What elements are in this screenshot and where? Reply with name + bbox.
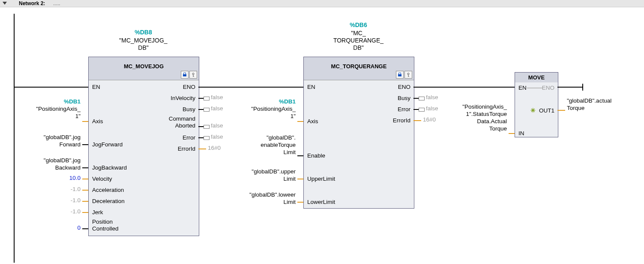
- value-velocity[interactable]: 10.0: [64, 175, 81, 181]
- connector: [82, 228, 88, 229]
- pin-poscontrolled: PositionControlled: [92, 218, 119, 232]
- neg-box: [204, 125, 210, 129]
- output-invelocity: false: [211, 94, 223, 100]
- neg-box: [419, 108, 425, 112]
- connector: [413, 120, 421, 121]
- wire: [14, 87, 88, 88]
- operand-move-in[interactable]: "PositioningAxis_1".StatusTorqueData.Act…: [453, 103, 507, 132]
- pin-en-move: EN: [518, 85, 527, 91]
- value-acceleration[interactable]: -1.0: [64, 186, 81, 192]
- pin-errorid: ErrorId: [178, 146, 195, 152]
- output-busy-jog: false: [211, 105, 223, 112]
- operand-jogbwd[interactable]: "globalDB".jogBackward: [26, 157, 81, 171]
- output-busy-torq: false: [426, 94, 438, 100]
- param-icon[interactable]: [189, 71, 197, 79]
- pin-en: EN: [92, 84, 100, 90]
- block-header-torq: MC_TORQUERANGE: [304, 57, 414, 80]
- network-header[interactable]: Network 2: .....: [0, 0, 644, 7]
- output-errorid-jog: 16#0: [208, 145, 221, 151]
- db-id-jog: %DB8: [88, 29, 198, 36]
- output-cab: false: [211, 122, 223, 129]
- pin-eno-move: ENO: [542, 85, 554, 91]
- svg-point-1: [192, 73, 194, 75]
- connector: [198, 137, 204, 138]
- pin-in-move: IN: [518, 130, 524, 137]
- db-id-torq: %DB6: [303, 21, 413, 28]
- connector: [198, 109, 204, 110]
- lock-icon[interactable]: [396, 71, 404, 79]
- output-error-jog: false: [211, 134, 223, 140]
- wire: [413, 87, 515, 88]
- diagram-canvas: Network 2: ..... %DB8 "MC_MOVEJOG_DB" MC…: [0, 0, 644, 264]
- pin-invelocity: InVelocity: [171, 95, 195, 101]
- db-name-torq: "MC_TORQUERANGE_DB": [303, 30, 413, 52]
- value-poscontrolled[interactable]: 0: [64, 225, 81, 231]
- star-icon: ✳: [530, 107, 536, 114]
- svg-point-3: [407, 73, 409, 75]
- wire: [557, 87, 583, 88]
- wire: [198, 87, 303, 88]
- connector: [82, 144, 88, 145]
- operand-upper[interactable]: "globalDB".upperLimit: [241, 168, 296, 182]
- connector: [198, 98, 204, 99]
- svg-rect-2: [398, 74, 401, 76]
- connector: [413, 109, 419, 110]
- connector: [509, 133, 515, 134]
- svg-rect-0: [183, 74, 186, 76]
- lock-icon[interactable]: [181, 71, 189, 79]
- neg-box: [204, 108, 210, 112]
- connector: [82, 179, 88, 179]
- eno-disabled-line: [527, 88, 542, 88]
- neg-box: [419, 97, 425, 100]
- operand-lower[interactable]: "globalDB".loweerLimit: [241, 191, 296, 206]
- pin-enable: Enable: [307, 152, 325, 159]
- output-error-torq: false: [426, 105, 438, 112]
- operand-jogfwd[interactable]: "globalDB".jogForward: [26, 134, 81, 148]
- pin-commandaborted: CommandAborted: [169, 115, 195, 129]
- connector: [297, 179, 303, 179]
- pin-errorid-torq: ErrorId: [393, 117, 410, 124]
- block-header-jog: MC_MOVEJOG: [89, 57, 199, 80]
- pin-busy-torq: Busy: [398, 95, 410, 101]
- network-comment[interactable]: .....: [53, 0, 60, 6]
- connector: [82, 121, 88, 122]
- value-deceleration[interactable]: -1.0: [64, 197, 81, 203]
- connector: [198, 126, 204, 127]
- connector: [413, 98, 419, 99]
- connector: [198, 149, 206, 149]
- pin-deceleration: Deceleration: [92, 198, 125, 204]
- pin-error-torq: Error: [398, 106, 410, 112]
- block-mc-torquerange[interactable]: MC_TORQUERANGE EN Axis Enable UpperLimit…: [303, 57, 414, 209]
- pin-upperlimit: UpperLimit: [307, 176, 335, 182]
- collapse-triangle-icon[interactable]: [3, 2, 7, 5]
- operand-axis-torq[interactable]: %DB1 "PositioningAxis_1": [241, 98, 296, 120]
- operand-enable[interactable]: "globalDB".enableTorqueLimit: [241, 134, 296, 156]
- pin-acceleration: Acceleration: [92, 187, 124, 193]
- pin-lowerlimit: LowerLimit: [307, 199, 335, 205]
- connector: [82, 190, 88, 191]
- block-title-move: MOVE: [515, 73, 558, 82]
- pin-velocity: Velocity: [92, 176, 112, 182]
- network-label: Network 2:: [19, 0, 45, 6]
- block-move[interactable]: MOVE EN ENO ✳ OUT1 IN: [515, 72, 558, 137]
- operand-axis-jog[interactable]: %DB1 "PositioningAxis_1": [26, 98, 81, 120]
- connector: [82, 167, 88, 168]
- param-icon[interactable]: [404, 71, 412, 79]
- pin-eno: ENO: [183, 84, 195, 90]
- value-jerk[interactable]: -1.0: [64, 208, 81, 215]
- neg-box: [204, 136, 210, 140]
- block-mc-movejog[interactable]: MC_MOVEJOG EN Axis JogForward JogBackwar…: [88, 57, 199, 236]
- connector: [297, 202, 303, 203]
- output-errorid-torq: 16#0: [423, 116, 436, 123]
- pin-en-torq: EN: [307, 84, 315, 90]
- power-rail: [14, 14, 15, 263]
- connector: [82, 212, 88, 213]
- connector: [557, 110, 565, 111]
- pin-jogforward: JogForward: [92, 141, 123, 148]
- pin-eno-torq: ENO: [398, 84, 410, 90]
- pin-jogbackward: JogBackward: [92, 164, 127, 171]
- pin-axis: Axis: [92, 118, 103, 124]
- operand-move-out[interactable]: "globalDB".actualTorque: [567, 97, 623, 112]
- pin-error: Error: [183, 134, 195, 141]
- terminator: [582, 84, 583, 91]
